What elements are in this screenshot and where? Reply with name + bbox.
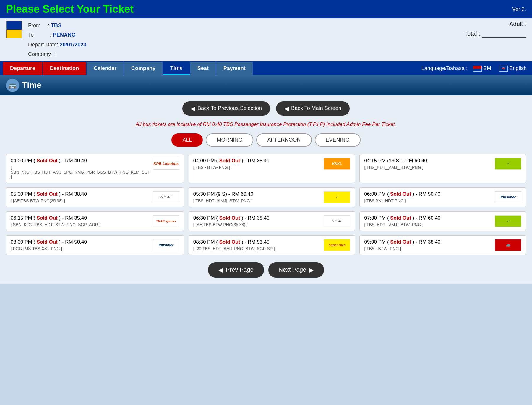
ticket-card-9[interactable]: 07:30 PM ( Sold Out ) - RM 60.40 [ TBS_H…: [359, 211, 526, 231]
sold-out-badge-1: Sold Out: [37, 158, 58, 163]
ticket-card-3[interactable]: 04:15 PM (13 S) - RM 60.40 [ TBS_HDT_[AM…: [359, 154, 526, 183]
english-button[interactable]: 🇬🇧 English: [497, 64, 529, 73]
ticket-route-1: [ SBN_KJG_TBS_HDT_AMJ_SPG_KMG_PBR_BGS_BT…: [11, 165, 150, 179]
ticket-info-10: 08:00 PM ( Sold Out ) - RM 50.40 [ PCG-P…: [11, 239, 150, 251]
sold-out-badge-10: Sold Out: [37, 239, 58, 245]
ticket-info-1: 04:00 PM ( Sold Out ) - RM 40.40 [ SBN_K…: [11, 158, 150, 179]
ticket-card-4[interactable]: 05:00 PM ( Sold Out ) - RM 38.40 [ [AE]T…: [6, 187, 184, 207]
tab-company[interactable]: Company: [124, 62, 163, 75]
tab-payment[interactable]: Payment: [216, 62, 253, 75]
ticket-route-8: [ [AE]TBS-BTW-PNG(35|38) ]: [193, 222, 322, 227]
next-arrow-icon: ▶: [309, 266, 314, 273]
tab-time[interactable]: Time: [163, 62, 190, 75]
info-bar: From : TBS To : PENANG Depart Date: 20/0…: [0, 18, 532, 62]
bm-button[interactable]: BM: [471, 64, 494, 73]
next-page-label: Next Page: [279, 266, 306, 273]
ticket-card-10[interactable]: 08:00 PM ( Sold Out ) - RM 50.40 [ PCG-P…: [6, 235, 184, 255]
tab-destination[interactable]: Destination: [43, 62, 86, 75]
sold-out-badge-4: Sold Out: [37, 191, 58, 197]
time-section-title: Time: [22, 80, 41, 90]
ticket-time-9: 07:30 PM ( Sold Out ) - RM 60.40: [364, 215, 492, 221]
tab-seat[interactable]: Seat: [190, 62, 216, 75]
ticket-info-4: 05:00 PM ( Sold Out ) - RM 38.40 [ [AE]T…: [11, 191, 150, 203]
sold-out-badge-7: Sold Out: [37, 215, 58, 221]
company-logo-3: ✓: [495, 158, 521, 170]
company-logo-7: TRAILxpress: [153, 215, 179, 227]
adult-section: Adult :: [464, 21, 526, 27]
tab-departure[interactable]: Departure: [3, 62, 42, 75]
ticket-time-11: 08:30 PM ( Sold Out ) - RM 53.40: [193, 239, 322, 245]
adult-label: Adult: [509, 21, 523, 27]
tab-calendar[interactable]: Calendar: [87, 62, 124, 75]
from-value: TBS: [51, 22, 61, 28]
company-logo-6: Plusliner: [495, 191, 521, 203]
bm-flag-icon: [473, 66, 482, 72]
header-bar: Please Select Your Ticket Ver 2.: [0, 0, 532, 18]
ticket-card-12[interactable]: 09:00 PM ( Sold Out ) - RM 38.40 [ TBS -…: [359, 235, 526, 255]
left-arrow2-icon: ◀: [284, 105, 289, 112]
ticket-info-9: 07:30 PM ( Sold Out ) - RM 60.40 [ TBS_H…: [364, 215, 492, 227]
ticket-route-9: [ TBS_HDT_[AMJ]_BTW_PNG ]: [364, 222, 492, 227]
pagination: ◀ Prev Page Next Page ▶: [6, 262, 526, 278]
depart-label: Depart Date: [28, 42, 57, 48]
company-logo-8: AJEXE: [324, 215, 350, 227]
ticket-time-6: 06:00 PM ( Sold Out ) - RM 50.40: [364, 191, 492, 197]
prev-page-button[interactable]: ◀ Prev Page: [208, 262, 264, 278]
sold-out-badge-11: Sold Out: [219, 239, 240, 245]
ticket-time-10: 08:00 PM ( Sold Out ) - RM 50.40: [11, 239, 150, 245]
filter-buttons: ALL MORNING AFTERNOON EVENING: [6, 133, 526, 147]
language-label: Language/Bahasa :: [421, 65, 468, 72]
filter-evening[interactable]: EVENING: [315, 133, 361, 147]
company-label: Company: [28, 51, 51, 57]
company-logo-5: ✓: [324, 191, 350, 203]
company-logo-4: AJEXE: [153, 191, 179, 203]
flag-icon: [6, 21, 22, 38]
ticket-time-5: 05:30 PM (9 S) - RM 60.40: [193, 191, 322, 197]
nav-tabs: Departure Destination Calendar Company T…: [0, 62, 532, 75]
next-page-button[interactable]: Next Page ▶: [268, 262, 324, 278]
back-screen-label: Back To Main Screen: [291, 105, 341, 111]
sold-out-badge-9: Sold Out: [390, 215, 411, 221]
ticket-info-7: 06:15 PM ( Sold Out ) - RM 35.40 [ SBN_K…: [11, 215, 150, 227]
total-section: Total :: [464, 30, 526, 38]
filter-afternoon[interactable]: AFTERNOON: [256, 133, 312, 147]
ticket-time-12: 09:00 PM ( Sold Out ) - RM 38.40: [364, 239, 492, 245]
sold-out-badge-6: Sold Out: [390, 191, 411, 197]
time-section-header: 🚌 Time: [0, 75, 532, 95]
total-value: [482, 30, 526, 38]
total-label: Total :: [464, 30, 480, 37]
ticket-info-2: 04:00 PM ( Sold Out ) - RM 38.40 [ TBS -…: [193, 158, 322, 170]
sold-out-badge-8: Sold Out: [219, 215, 240, 221]
ticket-info-5: 05:30 PM (9 S) - RM 60.40 [ TBS_HDT_[AMJ…: [193, 191, 322, 203]
ticket-info-6: 06:00 PM ( Sold Out ) - RM 50.40 [ TBS-X…: [364, 191, 492, 203]
ticket-route-12: [ TBS - BTW- PNG ]: [364, 246, 492, 251]
version-text: Ver 2.: [512, 6, 526, 12]
company-logo-12: 🚌: [495, 239, 521, 251]
ticket-card-11[interactable]: 08:30 PM ( Sold Out ) - RM 53.40 [ [20]T…: [189, 235, 355, 255]
ticket-card-7[interactable]: 06:15 PM ( Sold Out ) - RM 35.40 [ SBN_K…: [6, 211, 184, 231]
ticket-route-7: [ SBN_KJG_TBS_HDT_BTW_PNG_SGP_AOR ]: [11, 222, 150, 227]
ticket-time-7: 06:15 PM ( Sold Out ) - RM 35.40: [11, 215, 150, 221]
ticket-card-6[interactable]: 06:00 PM ( Sold Out ) - RM 50.40 [ TBS-X…: [359, 187, 526, 207]
filter-all[interactable]: ALL: [171, 133, 203, 147]
filter-morning[interactable]: MORNING: [206, 133, 253, 147]
ticket-card-5[interactable]: 05:30 PM (9 S) - RM 60.40 [ TBS_HDT_[AMJ…: [189, 187, 355, 207]
ticket-card-2[interactable]: 04:00 PM ( Sold Out ) - RM 38.40 [ TBS -…: [189, 154, 355, 183]
tickets-grid: 04:00 PM ( Sold Out ) - RM 40.40 [ SBN_K…: [6, 154, 526, 255]
ticket-card-1[interactable]: 04:00 PM ( Sold Out ) - RM 40.40 [ SBN_K…: [6, 154, 184, 183]
sold-out-badge-2: Sold Out: [219, 158, 240, 163]
to-value: PENANG: [53, 32, 76, 38]
ticket-time-4: 05:00 PM ( Sold Out ) - RM 38.40: [11, 191, 150, 197]
back-previous-button[interactable]: ◀ Back To Previous Selection: [182, 101, 270, 116]
ticket-info-3: 04:15 PM (13 S) - RM 60.40 [ TBS_HDT_[AM…: [364, 158, 492, 170]
left-arrow-icon: ◀: [191, 105, 195, 112]
prev-page-label: Prev Page: [226, 266, 253, 273]
prev-arrow-icon: ◀: [218, 266, 223, 273]
ticket-card-8[interactable]: 06:30 PM ( Sold Out ) - RM 38.40 [ [AE]T…: [189, 211, 355, 231]
ticket-time-1: 04:00 PM ( Sold Out ) - RM 40.40: [11, 158, 150, 164]
ticket-route-6: [ TBS-XKL-HDT-PNG ]: [364, 198, 492, 203]
en-flag-icon: 🇬🇧: [499, 66, 508, 72]
bus-icon: 🚌: [6, 79, 19, 92]
back-screen-button[interactable]: ◀ Back To Main Screen: [276, 101, 350, 116]
ticket-route-5: [ TBS_HDT_[AMJ]_BTW_PNG ]: [193, 198, 322, 203]
